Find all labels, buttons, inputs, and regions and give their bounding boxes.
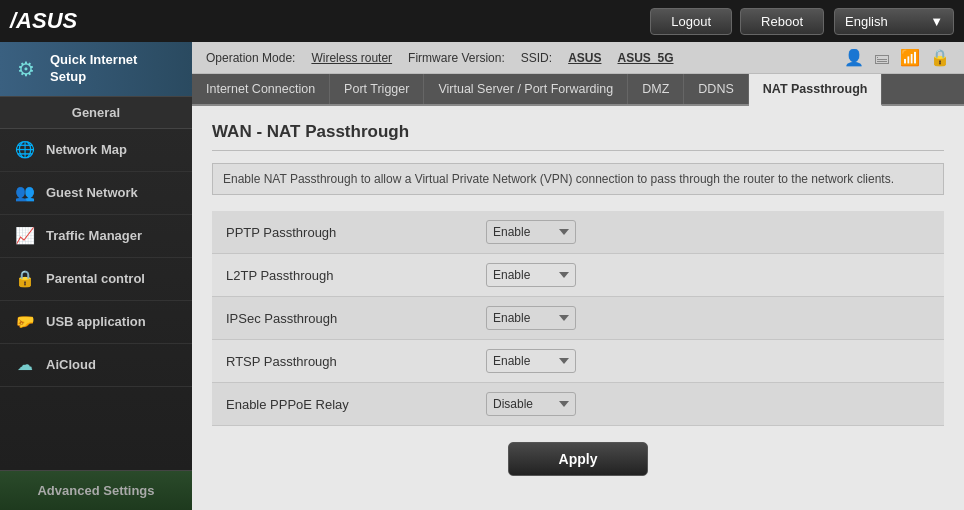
- tab-virtual-server[interactable]: Virtual Server / Port Forwarding: [424, 74, 628, 104]
- network-map-label: Network Map: [46, 142, 127, 157]
- status-icons: 👤 🖴 📶 🔒: [844, 48, 950, 67]
- passthrough-select[interactable]: EnableDisable: [486, 263, 576, 287]
- chevron-down-icon: ▼: [930, 14, 943, 29]
- passthrough-select[interactable]: EnableDisable: [486, 220, 576, 244]
- sidebar-item-guest-network[interactable]: 👥 Guest Network: [0, 172, 192, 215]
- page-content: WAN - NAT Passthrough Enable NAT Passthr…: [192, 106, 964, 510]
- operation-mode-value[interactable]: Wireless router: [311, 51, 392, 65]
- sidebar-item-network-map[interactable]: 🌐 Network Map: [0, 129, 192, 172]
- field-label: L2TP Passthrough: [212, 254, 472, 297]
- lock-icon: 🔒: [930, 48, 950, 67]
- parental-control-icon: 🔒: [14, 268, 36, 290]
- field-value-cell: EnableDisable: [472, 340, 944, 383]
- field-value-cell: DisableEnable: [472, 383, 944, 426]
- tab-internet-connection[interactable]: Internet Connection: [192, 74, 330, 104]
- tab-dmz[interactable]: DMZ: [628, 74, 684, 104]
- top-bar: /ASUS Logout Reboot English ▼: [0, 0, 964, 42]
- asus-logo: /ASUS: [10, 8, 77, 34]
- network-map-icon: 🌐: [14, 139, 36, 161]
- language-selector[interactable]: English ▼: [834, 8, 954, 35]
- page-description: Enable NAT Passthrough to allow a Virtua…: [212, 163, 944, 195]
- tab-nat-passthrough[interactable]: NAT Passthrough: [749, 74, 883, 106]
- field-value-cell: EnableDisable: [472, 211, 944, 254]
- wifi-icon: 📶: [900, 48, 920, 67]
- table-row: Enable PPPoE RelayDisableEnable: [212, 383, 944, 426]
- passthrough-select[interactable]: EnableDisable: [486, 306, 576, 330]
- traffic-manager-icon: 📈: [14, 225, 36, 247]
- traffic-manager-label: Traffic Manager: [46, 228, 142, 243]
- reboot-button[interactable]: Reboot: [740, 8, 824, 35]
- logout-button[interactable]: Logout: [650, 8, 732, 35]
- field-value-cell: EnableDisable: [472, 297, 944, 340]
- usb-application-icon: 🤛: [14, 311, 36, 333]
- top-buttons: Logout Reboot: [650, 8, 824, 35]
- field-value-cell: EnableDisable: [472, 254, 944, 297]
- passthrough-table: PPTP PassthroughEnableDisableL2TP Passth…: [212, 211, 944, 426]
- main-layout: ⚙ Quick InternetSetup General 🌐 Network …: [0, 42, 964, 510]
- ssid-label: SSID:: [521, 51, 552, 65]
- table-row: L2TP PassthroughEnableDisable: [212, 254, 944, 297]
- guest-network-label: Guest Network: [46, 185, 138, 200]
- quick-setup-icon: ⚙: [12, 55, 40, 83]
- quick-internet-setup[interactable]: ⚙ Quick InternetSetup: [0, 42, 192, 97]
- ssid-value2[interactable]: ASUS_5G: [617, 51, 673, 65]
- aicloud-icon: ☁: [14, 354, 36, 376]
- content-area: Operation Mode: Wireless router Firmware…: [192, 42, 964, 510]
- quick-setup-label: Quick InternetSetup: [50, 52, 137, 86]
- general-section-header: General: [0, 97, 192, 129]
- passthrough-select[interactable]: DisableEnable: [486, 392, 576, 416]
- status-bar: Operation Mode: Wireless router Firmware…: [192, 42, 964, 74]
- page-title: WAN - NAT Passthrough: [212, 122, 944, 151]
- passthrough-select[interactable]: EnableDisable: [486, 349, 576, 373]
- apply-row: Apply: [212, 442, 944, 476]
- table-row: IPSec PassthroughEnableDisable: [212, 297, 944, 340]
- sidebar: ⚙ Quick InternetSetup General 🌐 Network …: [0, 42, 192, 510]
- field-label: RTSP Passthrough: [212, 340, 472, 383]
- tabs-row: Internet Connection Port Trigger Virtual…: [192, 74, 964, 106]
- firmware-label: Firmware Version:: [408, 51, 505, 65]
- language-label: English: [845, 14, 888, 29]
- user-icon: 👤: [844, 48, 864, 67]
- table-row: PPTP PassthroughEnableDisable: [212, 211, 944, 254]
- aicloud-label: AiCloud: [46, 357, 96, 372]
- advanced-settings[interactable]: Advanced Settings: [0, 470, 192, 510]
- field-label: PPTP Passthrough: [212, 211, 472, 254]
- operation-mode-label: Operation Mode:: [206, 51, 295, 65]
- field-label: IPSec Passthrough: [212, 297, 472, 340]
- sidebar-item-parental-control[interactable]: 🔒 Parental control: [0, 258, 192, 301]
- sidebar-item-aicloud[interactable]: ☁ AiCloud: [0, 344, 192, 387]
- sidebar-item-usb-application[interactable]: 🤛 USB application: [0, 301, 192, 344]
- tab-ddns[interactable]: DDNS: [684, 74, 748, 104]
- usb-application-label: USB application: [46, 314, 146, 329]
- parental-control-label: Parental control: [46, 271, 145, 286]
- field-label: Enable PPPoE Relay: [212, 383, 472, 426]
- screen-icon: 🖴: [874, 49, 890, 67]
- sidebar-item-traffic-manager[interactable]: 📈 Traffic Manager: [0, 215, 192, 258]
- guest-network-icon: 👥: [14, 182, 36, 204]
- tab-port-trigger[interactable]: Port Trigger: [330, 74, 424, 104]
- table-row: RTSP PassthroughEnableDisable: [212, 340, 944, 383]
- ssid-value1[interactable]: ASUS: [568, 51, 601, 65]
- apply-button[interactable]: Apply: [508, 442, 649, 476]
